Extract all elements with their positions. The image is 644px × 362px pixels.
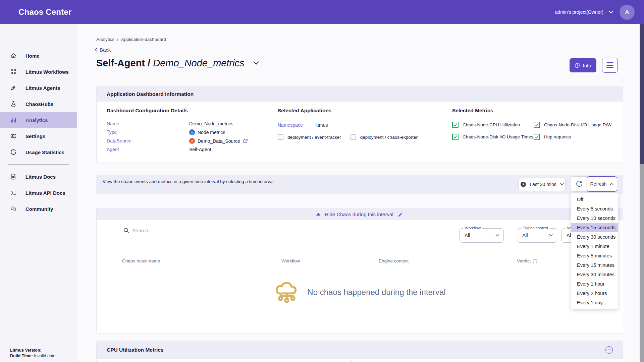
menu-item-every-30-minutes[interactable]: Every 30 minutes bbox=[571, 270, 618, 279]
menu-item-every-2-hours[interactable]: Every 2 hours bbox=[571, 289, 618, 298]
checkbox-http-requests[interactable]: Http requests bbox=[534, 134, 611, 140]
menu-item-every-30-seconds[interactable]: Every 30 seconds bbox=[571, 232, 618, 242]
chaos-table-panel: Hide Chaos during this interval Workflow… bbox=[96, 208, 623, 334]
time-range-label: Last 30 mins bbox=[530, 182, 556, 187]
info-icon bbox=[575, 63, 580, 68]
column-verdict: Verdict bbox=[517, 258, 537, 263]
menu-item-every-1-day[interactable]: Every 1 day bbox=[571, 298, 618, 307]
info-panel-title: Application Dashboard Information bbox=[107, 91, 194, 97]
info-button[interactable]: Info bbox=[570, 58, 596, 72]
breadcrumb-analytics[interactable]: Analytics bbox=[96, 37, 114, 42]
refresh-interval-menu: Off Every 5 seconds Every 10 seconds Eve… bbox=[571, 193, 618, 309]
checkbox-disk-io-times[interactable]: Chaos-Node-Disk I/O Usage Times bbox=[452, 134, 534, 140]
sidebar-item-litmus-api-docs[interactable]: Litmus API Docs bbox=[0, 185, 77, 201]
engine-context-filter[interactable]: Engine context All bbox=[517, 228, 557, 243]
engine-context-filter-label: Engine context bbox=[521, 226, 550, 230]
checkbox-checked-icon bbox=[534, 134, 540, 140]
refresh-icon bbox=[576, 180, 583, 188]
home-icon bbox=[10, 52, 17, 59]
search-field bbox=[123, 228, 174, 236]
sidebar-item-label: Home bbox=[25, 53, 40, 59]
checkbox-unchecked-icon bbox=[351, 134, 356, 140]
empty-state: No chaos happened during the interval bbox=[97, 279, 623, 306]
external-link-icon[interactable] bbox=[243, 138, 248, 143]
sidebar-item-usage-statistics[interactable]: Usage Statistics bbox=[0, 144, 77, 160]
checkbox-checked-icon bbox=[452, 134, 459, 140]
usage-statistics-icon bbox=[10, 149, 17, 156]
sidebar-item-litmus-agents[interactable]: Litmus Agents bbox=[0, 80, 77, 96]
project-switcher[interactable]: admin's project(Owner) bbox=[555, 9, 613, 15]
refresh-control-group: Refresh bbox=[571, 176, 617, 192]
menu-item-every-15-seconds[interactable]: Every 15 seconds bbox=[571, 223, 618, 232]
menu-item-every-10-seconds[interactable]: Every 10 seconds bbox=[571, 214, 618, 223]
checkbox-cpu-utilization[interactable]: Chaos-Node-CPU Utilization bbox=[452, 122, 534, 128]
config-details-title: Dashboard Configuration Details bbox=[107, 108, 248, 114]
edit-pencil-icon[interactable] bbox=[398, 212, 403, 217]
title-chevron-down-icon[interactable] bbox=[253, 61, 259, 65]
sidebar-item-settings[interactable]: Settings bbox=[0, 128, 77, 144]
menu-item-every-1-hour[interactable]: Every 1 hour bbox=[571, 279, 618, 289]
sidebar-item-litmus-workflows[interactable]: Litmus Workflows bbox=[0, 64, 77, 80]
scrollbar-track[interactable] bbox=[640, 24, 644, 362]
selected-applications: Selected Applications Namespace litmus d… bbox=[278, 108, 418, 140]
checkbox-unchecked-icon bbox=[278, 134, 283, 140]
hide-chaos-toggle[interactable]: Hide Chaos during this interval bbox=[97, 208, 623, 220]
menu-item-every-15-minutes[interactable]: Every 15 minutes bbox=[571, 260, 618, 270]
cpu-utilization-panel: CPU Utilization Metrics bbox=[96, 341, 623, 362]
sidebar-item-home[interactable]: Home bbox=[0, 48, 77, 64]
sidebar-item-community[interactable]: Community bbox=[0, 201, 77, 217]
back-button[interactable]: Back bbox=[95, 47, 111, 53]
verdict-info-icon[interactable] bbox=[533, 259, 537, 263]
checkbox-chaos-exporter[interactable]: deployment / chaos-exporter bbox=[351, 134, 418, 140]
sidebar-item-chaoshubs[interactable]: ChaosHubs bbox=[0, 96, 77, 112]
minus-icon bbox=[607, 350, 611, 350]
cpu-chart-container bbox=[108, 360, 352, 362]
type-value: Node metrics bbox=[189, 129, 248, 135]
dashboard-menu-button[interactable] bbox=[602, 58, 618, 73]
analytics-icon bbox=[10, 117, 17, 123]
cpu-panel-title: CPU Utilization Metrics bbox=[107, 347, 164, 353]
breadcrumb: Analytics / Application-dashboard bbox=[96, 37, 166, 42]
collapse-panel-button[interactable] bbox=[605, 346, 613, 354]
clock-icon bbox=[520, 181, 526, 187]
chaos-center-screen: Chaos Center admin's project(Owner) A Ho… bbox=[0, 0, 644, 362]
sidebar-item-label: Litmus Docs bbox=[25, 174, 56, 180]
refresh-now-button[interactable] bbox=[571, 177, 587, 191]
menu-item-every-1-minute[interactable]: Every 1 minute bbox=[571, 242, 618, 251]
search-input[interactable] bbox=[132, 228, 169, 233]
settings-icon bbox=[10, 133, 17, 139]
menu-item-every-5-minutes[interactable]: Every 5 minutes bbox=[571, 251, 618, 260]
agent-label: Agent bbox=[107, 147, 189, 152]
litmus-version-label: Litmus Version: bbox=[10, 348, 42, 353]
menu-item-every-5-seconds[interactable]: Every 5 seconds bbox=[571, 204, 618, 214]
empty-state-message: No chaos happened during the interval bbox=[307, 288, 445, 297]
sidebar-item-label: Litmus Workflows bbox=[25, 69, 69, 75]
sidebar-item-litmus-docs[interactable]: Litmus Docs bbox=[0, 169, 77, 185]
workflow-filter-value: All bbox=[465, 232, 470, 238]
sidebar-item-label: Litmus API Docs bbox=[25, 190, 65, 196]
chevron-down-icon bbox=[495, 234, 499, 237]
chevron-down-icon bbox=[609, 11, 613, 14]
time-interval-bar: View the chaos events and metrics in a g… bbox=[96, 175, 623, 194]
time-range-button[interactable]: Last 30 mins bbox=[519, 178, 566, 191]
avatar[interactable]: A bbox=[620, 5, 635, 20]
workflow-filter-label: Workflow bbox=[463, 226, 482, 230]
workflow-filter[interactable]: Workflow All bbox=[459, 228, 504, 243]
sidebar-item-analytics[interactable]: Analytics bbox=[0, 112, 77, 128]
build-time-label: Build Time: bbox=[10, 354, 33, 358]
scrollbar-thumb[interactable] bbox=[640, 24, 644, 164]
dashboard-configuration-details: Dashboard Configuration Details Name Dem… bbox=[107, 108, 248, 152]
refresh-interval-button[interactable]: Refresh bbox=[587, 176, 617, 192]
checkbox-disk-io-rw[interactable]: Chaos-Node-Disk I/O Usage R/W bbox=[534, 122, 611, 128]
sidebar-item-label: ChaosHubs bbox=[25, 101, 53, 107]
menu-item-off[interactable]: Off bbox=[571, 195, 618, 204]
chevron-down-icon bbox=[560, 183, 564, 186]
checkbox-event-tracker[interactable]: deployment / event-tracker bbox=[278, 134, 341, 140]
selected-metrics: Selected Metrics Chaos-Node-CPU Utilizat… bbox=[452, 108, 611, 140]
type-label: Type bbox=[107, 129, 189, 135]
docs-icon bbox=[10, 173, 17, 180]
column-engine-context: Engine context bbox=[379, 258, 409, 263]
breadcrumb-application-dashboard[interactable]: Application-dashboard bbox=[121, 37, 166, 42]
hamburger-icon bbox=[606, 62, 613, 63]
column-chaos-result-name: Chaos result name bbox=[122, 258, 160, 263]
